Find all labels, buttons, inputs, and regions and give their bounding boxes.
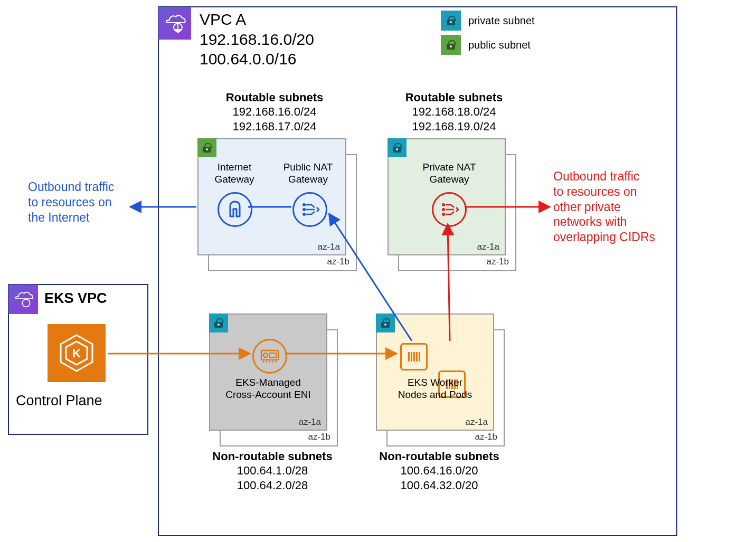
routable-left-heading: Routable subnets	[201, 91, 348, 104]
internet-annotation: Outbound traffic to resources on the Int…	[28, 179, 114, 225]
legend-public-icon	[441, 35, 461, 55]
eks-control-plane-icon: K	[48, 324, 106, 382]
eks-vpc-title: EKS VPC	[44, 290, 107, 307]
routable-right-stack: Private NAT Gateway az-1a az-1b	[388, 138, 525, 270]
routable-left-stack: Internet Gateway Public NAT Gateway az-1…	[197, 138, 356, 270]
nonroutable-left-az2: az-1b	[220, 329, 336, 444]
private-net-annotation: Outbound traffic to resources on other p…	[553, 169, 655, 245]
control-plane-label: Control Plane	[16, 393, 102, 409]
nonroutable-left-heading-block: Non-routable subnets 100.64.1.0/28 100.6…	[199, 450, 346, 492]
routable-left-cidr2: 192.168.17.0/24	[201, 119, 348, 134]
nonroutable-left-heading: Non-routable subnets	[199, 450, 346, 463]
vpc-a-name: VPC A	[200, 9, 314, 30]
nonroutable-right-cidr1: 100.64.16.0/20	[365, 463, 513, 478]
legend-private-icon	[441, 11, 461, 31]
nonroutable-left-stack: EKS-Managed Cross-Account ENI az-1a az-1…	[209, 313, 346, 445]
eks-vpc-icon	[8, 284, 38, 314]
routable-right-cidr1: 192.168.18.0/24	[380, 104, 528, 119]
legend: private subnet public subnet	[441, 11, 535, 55]
nonroutable-right-heading-block: Non-routable subnets 100.64.16.0/20 100.…	[365, 450, 513, 492]
routable-right-heading-block: Routable subnets 192.168.18.0/24 192.168…	[380, 91, 528, 134]
vpc-a-cidr2: 100.64.0.0/16	[200, 49, 314, 69]
svg-text:K: K	[72, 347, 81, 360]
routable-right-heading: Routable subnets	[380, 91, 528, 104]
routable-right-cidr2: 192.168.19.0/24	[380, 119, 528, 134]
routable-left-heading-block: Routable subnets 192.168.16.0/24 192.168…	[201, 91, 348, 134]
routable-right-az2: az-1b	[398, 154, 514, 269]
nonroutable-right-cidr2: 100.64.32.0/20	[365, 478, 513, 493]
legend-public-label: public subnet	[468, 39, 531, 51]
routable-left-az2: az-1b	[208, 154, 355, 269]
nonroutable-left-cidr1: 100.64.1.0/28	[199, 463, 346, 478]
vpc-a-cidr1: 192.168.16.0/20	[200, 30, 314, 50]
vpc-a-icon	[158, 7, 191, 40]
vpc-a-title: VPC A 192.168.16.0/20 100.64.0.0/16	[200, 9, 314, 69]
nonroutable-left-cidr2: 100.64.2.0/28	[199, 478, 346, 493]
nonroutable-right-stack: EKS Worker Nodes and Pods az-1a az-1b	[376, 313, 513, 445]
svg-point-10	[22, 299, 30, 307]
nonroutable-right-heading: Non-routable subnets	[365, 450, 513, 463]
legend-private-label: private subnet	[468, 15, 535, 27]
routable-left-cidr1: 192.168.16.0/24	[201, 104, 348, 119]
nonroutable-right-az2: az-1b	[386, 329, 503, 444]
